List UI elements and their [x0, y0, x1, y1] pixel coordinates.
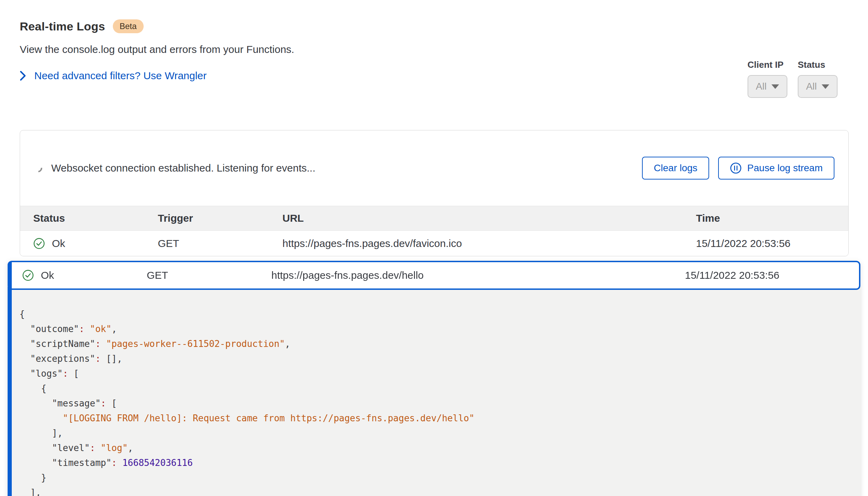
column-header-status: Status [33, 212, 158, 224]
caret-down-icon [822, 84, 829, 89]
client-ip-filter-dropdown[interactable]: All [748, 75, 787, 98]
page-header: Real-time Logs Beta View the console.log… [0, 0, 868, 82]
status-filter-value: All [806, 81, 817, 92]
status-filter-label: Status [798, 59, 838, 70]
code-line: "scriptName": "pages-worker--611502-prod… [19, 337, 850, 351]
pause-log-stream-label: Pause log stream [747, 163, 823, 174]
log-json-detail: { "outcome": "ok", "scriptName": "pages-… [8, 287, 860, 496]
client-ip-filter-group: Client IP All [748, 59, 787, 98]
code-line: ], [19, 426, 850, 441]
log-row-status-cell: Ok [33, 238, 158, 249]
log-row-time: 15/11/2022 20:53:56 [685, 269, 859, 281]
log-toolbar: Websocket connection established. Listen… [20, 130, 848, 206]
check-circle-icon [22, 269, 34, 281]
code-line: "logs": [ [19, 366, 850, 381]
code-line: { [19, 307, 850, 322]
code-line: "timestamp": 1668542036116 [19, 456, 850, 470]
wrangler-link-row[interactable]: Need advanced filters? Use Wrangler [20, 70, 868, 82]
clear-logs-label: Clear logs [654, 163, 697, 174]
beta-badge: Beta [113, 19, 144, 33]
log-json-code: { "outcome": "ok", "scriptName": "pages-… [19, 307, 850, 496]
log-row-url: https://pages-fns.pages.dev/hello [271, 269, 685, 281]
code-line: "message": [ [19, 396, 850, 411]
status-filter-dropdown[interactable]: All [798, 75, 838, 98]
client-ip-filter-label: Client IP [748, 59, 787, 70]
expanded-log-entry: Ok GET https://pages-fns.pages.dev/hello… [8, 261, 860, 496]
log-row-status: Ok [41, 269, 54, 281]
code-line: "exceptions": [], [19, 351, 850, 366]
code-line: ], [19, 485, 850, 496]
log-table-row[interactable]: Ok GET https://pages-fns.pages.dev/favic… [20, 231, 848, 256]
log-row-trigger: GET [147, 269, 271, 281]
code-line: "[LOGGING FROM /hello]: Request came fro… [19, 411, 850, 426]
page-title: Real-time Logs [20, 20, 105, 33]
clear-logs-button[interactable]: Clear logs [642, 157, 709, 180]
page-subtitle: View the console.log output and errors f… [20, 44, 868, 55]
code-line: { [19, 381, 850, 396]
wrangler-link[interactable]: Need advanced filters? Use Wrangler [34, 70, 207, 82]
log-row-time: 15/11/2022 20:53:56 [696, 238, 848, 249]
code-line: "outcome": "ok", [19, 322, 850, 337]
log-row-status: Ok [52, 238, 65, 249]
pause-log-stream-button[interactable]: Pause log stream [718, 157, 834, 180]
client-ip-filter-value: All [756, 81, 767, 92]
log-row-status-cell: Ok [22, 269, 147, 281]
log-row-trigger: GET [158, 238, 282, 249]
chevron-right-icon [20, 71, 26, 81]
log-panel: Websocket connection established. Listen… [20, 130, 849, 256]
log-table-header: Status Trigger URL Time [20, 206, 848, 231]
pause-circle-icon [730, 162, 742, 174]
code-line: } [19, 470, 850, 485]
check-circle-icon [33, 238, 45, 249]
code-line: "level": "log", [19, 441, 850, 456]
status-filter-group: Status All [798, 59, 838, 98]
connection-status-message: Websocket connection established. Listen… [51, 162, 642, 174]
log-filters: Client IP All Status All [748, 59, 838, 98]
caret-down-icon [771, 84, 779, 89]
column-header-trigger: Trigger [158, 212, 282, 224]
realtime-logs-page: Real-time Logs Beta View the console.log… [0, 0, 868, 496]
selected-log-row[interactable]: Ok GET https://pages-fns.pages.dev/hello… [8, 261, 860, 290]
column-header-url: URL [282, 212, 696, 224]
column-header-time: Time [696, 212, 848, 224]
spinner-icon [32, 162, 44, 174]
log-row-url: https://pages-fns.pages.dev/favicon.ico [282, 238, 696, 249]
